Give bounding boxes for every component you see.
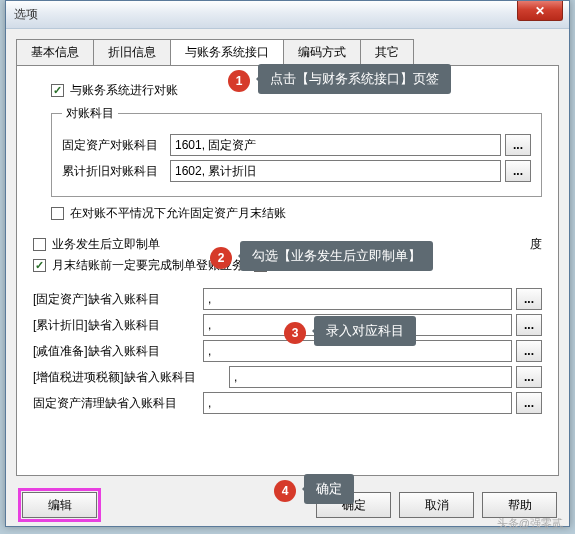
cancel-button[interactable]: 取消 — [399, 492, 474, 518]
tab-depr[interactable]: 折旧信息 — [93, 39, 171, 65]
input-def-vat[interactable] — [229, 366, 512, 388]
badge-4: 4 — [274, 480, 296, 502]
browse-dep-acct[interactable]: ... — [505, 160, 531, 182]
browse-def-clean[interactable]: ... — [516, 392, 542, 414]
callout-1: 点击【与财务系统接口】页签 — [258, 64, 451, 94]
group-legend: 对账科目 — [62, 105, 118, 122]
label-fix-acct: 固定资产对账科目 — [62, 137, 170, 154]
input-def-fix[interactable] — [203, 288, 512, 310]
badge-3: 3 — [284, 322, 306, 344]
label-def-vat: [增值税进项税额]缺省入账科目 — [33, 369, 229, 386]
close-button[interactable]: ✕ — [517, 1, 563, 21]
tab-panel: 与账务系统进行对账 对账科目 固定资产对账科目 ... 累计折旧对账科目 ...… — [16, 66, 559, 476]
titlebar: 选项 ✕ — [6, 1, 569, 29]
tab-other[interactable]: 其它 — [360, 39, 414, 65]
checkbox-after-biz[interactable] — [33, 238, 46, 251]
tab-acct[interactable]: 与账务系统接口 — [170, 39, 284, 65]
label-def-fix: [固定资产]缺省入账科目 — [33, 291, 203, 308]
label-tail: 度 — [530, 236, 542, 253]
browse-def-fix[interactable]: ... — [516, 288, 542, 310]
browse-fix-acct[interactable]: ... — [505, 134, 531, 156]
help-button[interactable]: 帮助 — [482, 492, 557, 518]
checkbox-reconcile[interactable] — [51, 84, 64, 97]
callout-3: 录入对应科目 — [314, 316, 416, 346]
close-icon: ✕ — [535, 4, 545, 18]
callout-2: 勾选【业务发生后立即制单】 — [240, 241, 433, 271]
label-def-impair: [减值准备]缺省入账科目 — [33, 343, 203, 360]
label-after-biz: 业务发生后立即制单 — [52, 236, 160, 253]
label-def-dep: [累计折旧]缺省入账科目 — [33, 317, 203, 334]
badge-2: 2 — [210, 247, 232, 269]
label-reconcile: 与账务系统进行对账 — [70, 82, 178, 99]
watermark: 头条@强零贰 — [497, 516, 563, 531]
input-fix-acct[interactable] — [170, 134, 501, 156]
input-dep-acct[interactable] — [170, 160, 501, 182]
callout-4: 确定 — [304, 474, 354, 504]
badge-1: 1 — [228, 70, 250, 92]
browse-def-dep[interactable]: ... — [516, 314, 542, 336]
tab-code[interactable]: 编码方式 — [283, 39, 361, 65]
checkbox-month-end[interactable] — [33, 259, 46, 272]
checkbox-allow-end[interactable] — [51, 207, 64, 220]
browse-def-impair[interactable]: ... — [516, 340, 542, 362]
label-def-clean: 固定资产清理缺省入账科目 — [33, 395, 203, 412]
tab-bar: 基本信息 折旧信息 与账务系统接口 编码方式 其它 — [16, 39, 559, 66]
group-reconcile: 对账科目 固定资产对账科目 ... 累计折旧对账科目 ... — [51, 105, 542, 197]
window-title: 选项 — [14, 6, 38, 23]
tab-basic[interactable]: 基本信息 — [16, 39, 94, 65]
input-def-clean[interactable] — [203, 392, 512, 414]
label-dep-acct: 累计折旧对账科目 — [62, 163, 170, 180]
browse-def-vat[interactable]: ... — [516, 366, 542, 388]
edit-highlight: 编辑 — [18, 488, 101, 522]
edit-button[interactable]: 编辑 — [22, 492, 97, 518]
label-allow-end: 在对账不平情况下允许固定资产月末结账 — [70, 205, 286, 222]
